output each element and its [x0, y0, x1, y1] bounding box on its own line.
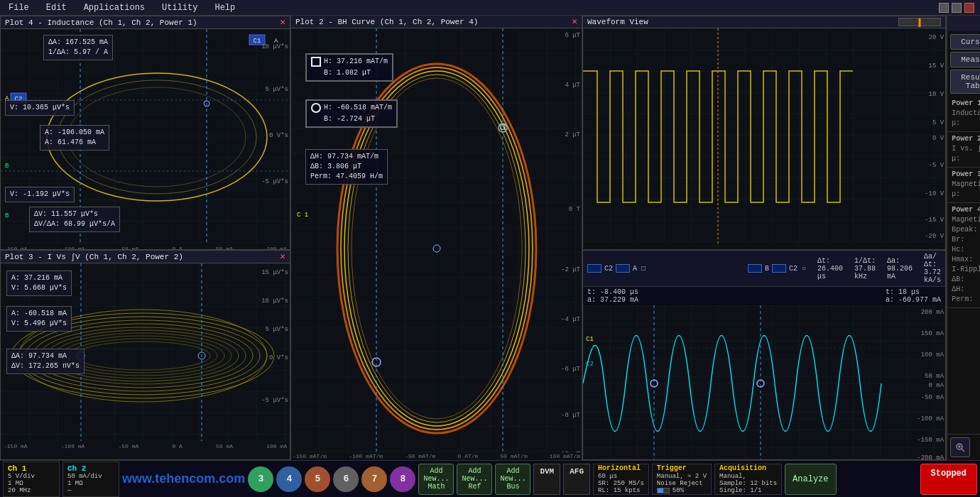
trigger-info[interactable]: Trigger Manual, ≈ 2 V Noise Reject 50%	[652, 464, 712, 495]
bh-y7: -6 μT	[561, 366, 580, 373]
sidebar-buttons: Cursors Note Measure Search Results Tabl…	[947, 31, 980, 97]
plot3-y4: 0 V*s	[269, 354, 288, 361]
btn4[interactable]: 4	[276, 466, 302, 492]
bh-y6: -4 μT	[561, 316, 580, 323]
plot4-ann2: V: 10.365 μV*s	[5, 100, 75, 116]
time-indicator	[898, 18, 941, 26]
horizontal-info[interactable]: Horizontal 60 μs SR: 250 MS/s RL: 15 kpt…	[593, 464, 649, 495]
svg-text:C 1: C 1	[297, 212, 308, 219]
plot4-y-0: 0 V*s	[269, 132, 288, 139]
plot3-close[interactable]: ✕	[280, 252, 285, 261]
plot3-ann2: A: -60.518 mA V: 5.496 μV*s	[6, 306, 72, 332]
bh-title: Plot 2 - BH Curve (Ch 1, Ch 2, Power 4) …	[291, 16, 582, 28]
svg-text:B: B	[5, 163, 9, 170]
plot4-y-5: 5 μV*s	[266, 86, 288, 93]
watermark: www.tehencom.com	[122, 471, 245, 486]
add-ref-btn[interactable]: AddNew...Ref	[457, 464, 492, 495]
sidebar-header: Add New...	[947, 16, 980, 31]
svg-rect-47	[583, 28, 945, 244]
plot3-xaxis: -150 mA -100 mA -50 mA 0 A 50 mA 100 mA	[1, 442, 290, 450]
plot4-ann4: V: -1.192 μV*s	[5, 187, 75, 202]
btn8[interactable]: 8	[390, 466, 415, 492]
power1-section: Power 1 Inductance² μ: 59.84 μH	[947, 97, 980, 132]
plot4-ann3: ΔV: 11.557 μV*s ΔV/ΔA: 68.99 μV*s/A	[29, 207, 120, 232]
measure-btn[interactable]: Measure	[950, 52, 980, 67]
plot4-panel: Plot 4 - Inductance (Ch 1, Ch 2, Power 1…	[0, 16, 290, 250]
acquisition-info[interactable]: Acquisition Manual, Sample: 12 bits Sing…	[714, 464, 782, 495]
results-table-btn[interactable]: Results Table	[950, 70, 980, 94]
plot3-ann1: A: 37.216 mA V: 5.668 μV*s	[6, 271, 72, 296]
bh-xaxis: -150 mAT/m -100 mAT/m -50 mAT/m 0 AT/m 5…	[291, 452, 582, 460]
plot4-y-10: 10 μV*s	[261, 43, 288, 50]
add-bus-btn[interactable]: AddNew...Bus	[495, 464, 530, 495]
window-minimize[interactable]	[939, 3, 949, 13]
bh-y9: -10 μT	[557, 451, 580, 452]
analyze-btn[interactable]: Analyze	[785, 464, 836, 495]
svg-text:C1: C1	[254, 38, 261, 45]
ch1-info[interactable]: Ch 1 5 V/div 1 MΩ 20 MHz	[3, 462, 60, 497]
cursors-btn[interactable]: Cursors	[950, 34, 980, 50]
zoom-icon[interactable]	[950, 437, 970, 457]
waveform-top-title: Waveform View	[583, 16, 945, 28]
btn7[interactable]: 7	[361, 466, 387, 492]
plot4-xaxis: -150 mA -100 mA -50 mA 0 A 50 mA 100 mA	[1, 245, 290, 250]
add-math-btn[interactable]: AddNew...Math	[418, 464, 454, 495]
menu-edit[interactable]: Edit	[43, 1, 70, 14]
stopped-btn[interactable]: Stopped	[920, 464, 977, 495]
svg-text:C2: C2	[586, 361, 594, 368]
sidebar: Add New... Cursors Note Measure Search R…	[947, 16, 980, 460]
bh-y4: 0 T	[569, 206, 580, 213]
cursor-info-bar: t: -8.400 μs a: 37.229 mA t: 18 μs a: -6…	[583, 287, 945, 305]
menu-utility[interactable]: Utility	[159, 1, 200, 14]
plot3-y2: 10 μV*s	[261, 297, 288, 305]
svg-text:B: B	[5, 212, 9, 219]
waveform-panels: Waveform View	[582, 16, 947, 460]
plot3-y3: 5 μV*s	[266, 326, 288, 333]
bh-y1: 6 μT	[565, 32, 580, 39]
menu-applications[interactable]: Applications	[81, 1, 148, 14]
ch2-info[interactable]: Ch 2 50 mA/div 1 MΩ —	[62, 462, 119, 497]
plot4-ann1: ΔA: 167.525 mA 1/ΔA: 5.97 / A	[43, 35, 113, 60]
afg-btn[interactable]: AFG	[563, 464, 590, 495]
plot4-y--5: -5 μV*s	[261, 178, 288, 185]
power3-section: Power 3 Magnetic Loss² μ: 91.94 mW	[947, 168, 980, 203]
waveform-top-panel: Waveform View	[582, 16, 946, 250]
bh-y2: 4 μT	[565, 82, 580, 89]
waveform-top-svg	[583, 28, 945, 244]
bh-curve-panel: Plot 2 - BH Curve (Ch 1, Ch 2, Power 4) …	[291, 16, 582, 460]
btn3[interactable]: 3	[248, 466, 273, 492]
measurement-bar: C2 A □ B C2 ○ Δt: 26.400 μs 1/Δt: 37.88 …	[583, 251, 945, 287]
svg-rect-34	[291, 28, 582, 452]
plot3-y5: -5 μV*s	[261, 397, 288, 404]
bh-y5: -2 μT	[561, 266, 580, 273]
plot4-cursor-a: A: -106.050 mA A: 61.476 mA	[40, 125, 109, 151]
bottom-toolbar: Ch 1 5 V/div 1 MΩ 20 MHz Ch 2 50 mA/div …	[0, 460, 980, 497]
plot4-close[interactable]: ✕	[280, 18, 285, 27]
plot3-title: Plot 3 - I Vs ∫V (Ch 1, Ch 2, Power 2) ✕	[1, 251, 290, 263]
menu-file[interactable]: File	[6, 1, 32, 14]
menu-help[interactable]: Help	[212, 1, 238, 14]
svg-text:C1: C1	[586, 336, 594, 343]
plot3-ann3: ΔA: 97.734 mA ΔV: 172.265 nV*s	[6, 349, 85, 374]
btn6[interactable]: 6	[333, 466, 359, 492]
menubar: File Edit Applications Utility Help	[0, 0, 980, 16]
waveform-bottom-panel: C2 A □ B C2 ○ Δt: 26.400 μs 1/Δt: 37.88 …	[582, 250, 946, 460]
dvm-btn[interactable]: DVM	[533, 464, 560, 495]
svg-line-60	[962, 449, 964, 452]
plot4-title: Plot 4 - Inductance (Ch 1, Ch 2, Power 1…	[1, 16, 290, 29]
bh-ann1: H: 37.216 mAT/m B: 1.082 μT	[305, 53, 393, 82]
bh-ann2: H: -60.518 mAT/m B: -2.724 μT	[305, 99, 398, 128]
window-close[interactable]	[964, 3, 974, 13]
bh-close[interactable]: ✕	[572, 17, 577, 26]
bh-y8: -8 μT	[561, 412, 580, 419]
bh-ann3: ΔH: 97.734 mAT/m ΔB: 3.806 μT Perm: 47.4…	[305, 149, 388, 185]
bh-y3: 2 μT	[565, 131, 580, 138]
window-maximize[interactable]	[952, 3, 962, 13]
plot3-y1: 15 μV*s	[261, 269, 288, 276]
bh-grid: C 1	[291, 28, 582, 452]
power4-section: Power 4 Magnetic Property² Bpeak: 5.824 …	[947, 203, 980, 308]
power2-section: Power 2 I vs. ∫V² μ: 15.29 μV*s	[947, 132, 980, 168]
waveform-bottom-svg: C2 C1	[583, 305, 945, 460]
btn5[interactable]: 5	[305, 466, 330, 492]
plot3-panel: Plot 3 - I Vs ∫V (Ch 1, Ch 2, Power 2) ✕	[0, 250, 290, 460]
